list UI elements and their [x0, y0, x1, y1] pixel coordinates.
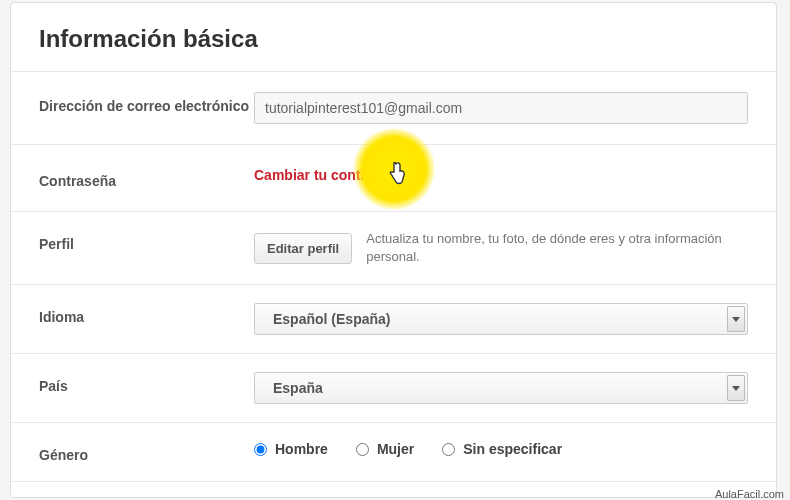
- chevron-down-icon: [727, 375, 745, 401]
- settings-panel: Información básica Dirección de correo e…: [10, 2, 777, 498]
- gender-radio-group: Hombre Mujer Sin especificar: [254, 441, 562, 457]
- row-language: Idioma Español (España): [11, 285, 776, 354]
- gender-radio-female[interactable]: [356, 443, 369, 456]
- row-email: Dirección de correo electrónico: [11, 72, 776, 145]
- gender-label-unspecified: Sin especificar: [463, 441, 562, 457]
- language-select[interactable]: Español (España): [254, 303, 748, 335]
- row-password: Contraseña Cambiar tu contraseña...: [11, 145, 776, 212]
- gender-radio-male[interactable]: [254, 443, 267, 456]
- edit-profile-button[interactable]: Editar perfil: [254, 233, 352, 264]
- row-profile: Perfil Editar perfil Actualiza tu nombre…: [11, 212, 776, 285]
- chevron-down-icon: [727, 306, 745, 332]
- country-selected: España: [273, 380, 323, 396]
- gender-option-unspecified[interactable]: Sin especificar: [442, 441, 562, 457]
- row-gender: Género Hombre Mujer Sin especificar: [11, 423, 776, 482]
- change-password-link[interactable]: Cambiar tu contraseña...: [254, 167, 417, 183]
- watermark: AulaFacil.com: [715, 488, 784, 500]
- page-title: Información básica: [11, 3, 776, 72]
- label-password: Contraseña: [39, 167, 254, 189]
- label-gender: Género: [39, 441, 254, 463]
- language-selected: Español (España): [273, 311, 390, 327]
- gender-option-male[interactable]: Hombre: [254, 441, 328, 457]
- row-privacy: Privacidad de búsqueda No Impedir que lo…: [11, 482, 776, 500]
- label-profile: Perfil: [39, 230, 254, 252]
- gender-label-female: Mujer: [377, 441, 414, 457]
- gender-option-female[interactable]: Mujer: [356, 441, 414, 457]
- country-select[interactable]: España: [254, 372, 748, 404]
- profile-helper-text: Actualiza tu nombre, tu foto, de dónde e…: [366, 230, 748, 266]
- gender-label-male: Hombre: [275, 441, 328, 457]
- label-country: País: [39, 372, 254, 394]
- label-email: Dirección de correo electrónico: [39, 92, 254, 114]
- row-country: País España: [11, 354, 776, 423]
- label-language: Idioma: [39, 303, 254, 325]
- gender-radio-unspecified[interactable]: [442, 443, 455, 456]
- email-field[interactable]: [254, 92, 748, 124]
